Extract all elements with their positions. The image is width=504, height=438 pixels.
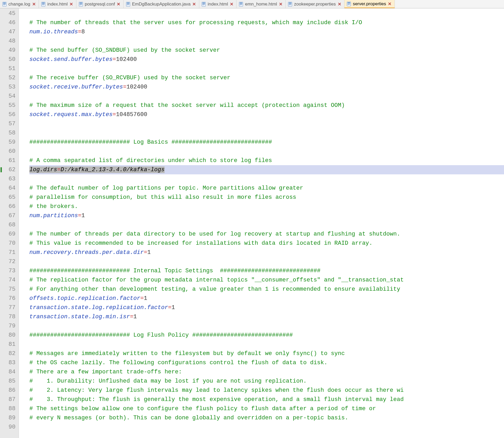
code-line[interactable]: transaction.state.log.min.isr=1 [29, 312, 504, 321]
property-value: 1 [133, 314, 137, 320]
close-icon[interactable] [117, 2, 121, 6]
close-icon[interactable] [337, 2, 342, 6]
property-value: 1 [81, 212, 85, 219]
code-line[interactable]: # 3. Throughput: The flush is generally … [29, 395, 504, 404]
property-key: num.partitions [29, 212, 78, 219]
svg-rect-50 [348, 2, 350, 3]
code-line[interactable] [29, 128, 504, 138]
code-line[interactable]: # 1. Durability: Unflushed data may be l… [29, 377, 504, 386]
comment-text: # parallelism for consumption, but this … [29, 194, 296, 201]
code-line[interactable]: # The default number of log partitions p… [29, 184, 504, 193]
tab-label: EmDgBackupApplication.java [132, 2, 191, 7]
close-icon[interactable] [32, 2, 36, 6]
comment-text: # The send buffer (SO_SNDBUF) used by th… [29, 47, 220, 54]
tab-postgresql-conf[interactable]: postgresql.conf [76, 0, 124, 8]
code-line[interactable] [29, 220, 504, 230]
code-line[interactable]: ############################# Log Flush … [29, 331, 504, 340]
code-line[interactable]: socket.receive.buffer.bytes=102400 [29, 82, 504, 92]
file-icon [239, 2, 243, 7]
code-line[interactable]: num.io.threads=8 [29, 27, 504, 36]
comment-text: # the brokers. [29, 203, 78, 210]
comment-text: # the OS cache lazily. The following con… [29, 359, 327, 366]
code-line[interactable] [29, 423, 504, 432]
code-line[interactable]: # The settings below allow one to config… [29, 404, 504, 413]
code-line[interactable]: # the brokers. [29, 202, 504, 211]
line-number: 68 [0, 220, 19, 230]
code-line[interactable]: # the OS cache lazily. The following con… [29, 358, 504, 367]
code-line[interactable] [29, 92, 504, 101]
line-number: 89 [0, 413, 19, 423]
close-icon[interactable] [192, 2, 196, 6]
line-number: 45 [0, 9, 19, 18]
tab-emn-home-html[interactable]: emn_home.html [237, 0, 286, 8]
code-line[interactable]: ############################# Log Basics… [29, 138, 504, 147]
tab-index-html[interactable]: index.html [199, 0, 237, 8]
code-line[interactable] [29, 119, 504, 128]
close-icon[interactable] [388, 2, 392, 6]
code-line[interactable] [29, 9, 504, 18]
line-number: 49 [0, 46, 19, 55]
comment-text: # every N messages (or both). This can b… [29, 415, 348, 421]
property-value: 104857600 [116, 111, 147, 118]
code-line[interactable]: # 2. Latency: Very large flush intervals… [29, 386, 504, 395]
comment-text: ############################# Internal T… [29, 268, 321, 274]
close-icon[interactable] [279, 2, 283, 6]
comment-text: # 3. Throughput: The flush is generally … [29, 396, 404, 403]
line-number: 70 [0, 239, 19, 248]
code-line[interactable]: # There are a few important trade-offs h… [29, 367, 504, 377]
tab-label: emn_home.html [245, 2, 277, 7]
code-line[interactable]: # The receive buffer (SO_RCVBUF) used by… [29, 73, 504, 82]
tab-label: change.log [8, 2, 30, 7]
code-line[interactable] [29, 174, 504, 184]
code-line[interactable]: ############################# Internal T… [29, 266, 504, 275]
code-line[interactable] [29, 340, 504, 349]
code-line[interactable]: # For anything other than development te… [29, 285, 504, 294]
property-value: 1 [147, 249, 151, 256]
code-line[interactable]: # The number of threads per data directo… [29, 230, 504, 239]
code-line[interactable]: # The replication factor for the group m… [29, 275, 504, 285]
code-line[interactable]: # The maximum size of a request that the… [29, 101, 504, 110]
property-value: 8 [81, 29, 85, 35]
tab-emdgbackupapplication-java[interactable]: EmDgBackupApplication.java [124, 0, 199, 8]
line-number: 54 [0, 92, 19, 101]
property-key: transaction.state.log.replication.factor [29, 304, 168, 311]
file-icon [78, 2, 83, 7]
code-line[interactable]: # Messages are immediately written to th… [29, 349, 504, 358]
code-line[interactable]: transaction.state.log.replication.factor… [29, 303, 504, 312]
code-line[interactable] [29, 257, 504, 266]
tab-zookeeper-properties[interactable]: zookeeper.properties [286, 0, 344, 8]
tab-server-properties[interactable]: server.properties [344, 0, 395, 8]
code-line[interactable]: offsets.topic.replication.factor=1 [29, 294, 504, 303]
file-icon [126, 2, 130, 7]
tab-change-log[interactable]: change.log [0, 0, 39, 8]
equals-sign: = [144, 249, 147, 256]
property-key: num.recovery.threads.per.data.dir [29, 249, 144, 256]
close-icon[interactable] [69, 2, 74, 6]
comment-text: # The receive buffer (SO_RCVBUF) used by… [29, 75, 230, 81]
code-line[interactable]: log.dirs=D:/kafka_2.13-3.4.0/kafka-logs [29, 165, 504, 174]
tab-index-html[interactable]: index.html [39, 0, 76, 8]
comment-text: # 1. Durability: Unflushed data may be l… [29, 378, 307, 384]
code-line[interactable]: num.recovery.threads.per.data.dir=1 [29, 248, 504, 257]
code-line[interactable] [29, 147, 504, 156]
code-line[interactable] [29, 36, 504, 46]
comment-text: # This value is recommended to be increa… [29, 240, 372, 247]
code-line[interactable] [29, 321, 504, 331]
code-line[interactable]: # The send buffer (SO_SNDBUF) used by th… [29, 46, 504, 55]
code-viewport[interactable]: # The number of threads that the server … [19, 8, 504, 438]
code-line[interactable]: num.partitions=1 [29, 211, 504, 220]
tab-label: server.properties [353, 1, 386, 7]
code-line[interactable]: # every N messages (or both). This can b… [29, 413, 504, 423]
code-line[interactable]: # This value is recommended to be increa… [29, 239, 504, 248]
line-number: 76 [0, 294, 19, 303]
close-icon[interactable] [229, 2, 234, 6]
code-line[interactable]: socket.request.max.bytes=104857600 [29, 110, 504, 119]
code-line[interactable]: # parallelism for consumption, but this … [29, 193, 504, 202]
comment-text: # A comma separated list of directories … [29, 157, 272, 164]
code-line[interactable]: # The number of threads that the server … [29, 18, 504, 27]
editor-area: 4546474849505152535455565758596061626364… [0, 8, 504, 438]
property-key: socket.request.max.bytes [29, 111, 113, 118]
code-line[interactable]: socket.send.buffer.bytes=102400 [29, 55, 504, 64]
code-line[interactable]: # A comma separated list of directories … [29, 156, 504, 165]
code-line[interactable] [29, 64, 504, 73]
